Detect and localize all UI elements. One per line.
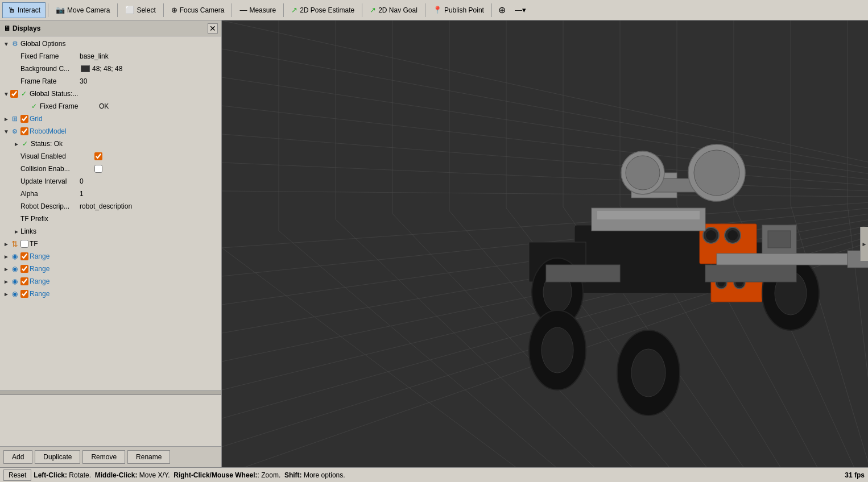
range1-check[interactable] <box>20 252 28 260</box>
expand-range4[interactable]: ► <box>2 291 10 297</box>
grid-label: Grid <box>30 115 86 123</box>
tf-check[interactable] <box>20 240 28 248</box>
focus-camera-button[interactable]: ⊕ Focus Camera <box>166 2 230 18</box>
tree-row-range2[interactable]: ► ◉ Range <box>0 263 221 275</box>
focus-camera-label: Focus Camera <box>180 6 225 14</box>
range2-check[interactable] <box>20 265 28 273</box>
publish-point-button[interactable]: 📍 Publish Point <box>428 2 489 18</box>
svg-rect-74 <box>705 265 796 282</box>
tree-row-range4[interactable]: ► ◉ Range <box>0 288 221 300</box>
expand-range2[interactable]: ► <box>2 266 10 272</box>
nav-goal-label: 2D Nav Goal <box>378 6 418 14</box>
svg-point-62 <box>694 150 739 196</box>
pose-estimate-icon: ↗ <box>291 6 297 14</box>
duplicate-button[interactable]: Duplicate <box>35 450 80 464</box>
collision-enabled-label: Collision Enab... <box>20 165 94 173</box>
robot-desc-value: robot_description <box>80 202 132 210</box>
alpha-value: 1 <box>80 190 84 198</box>
global-status-icon: ✓ <box>19 90 28 98</box>
add-button[interactable]: Add <box>3 450 32 464</box>
svg-point-49 <box>728 230 738 240</box>
range4-icon: ◉ <box>10 290 19 298</box>
tree-row-fixed-frame[interactable]: Fixed Frame base_link <box>0 50 221 63</box>
remove-button[interactable]: Remove <box>82 450 125 464</box>
tree-row-range1[interactable]: ► ◉ Range <box>0 250 221 263</box>
tree-row-range3[interactable]: ► ◉ Range <box>0 275 221 288</box>
tree-row-tf[interactable]: ► ⇅ TF <box>0 238 221 250</box>
fixed-frame-status-icon: ✓ <box>30 102 39 110</box>
robot-model-icon: ⚙ <box>10 128 19 135</box>
tree-row-alpha[interactable]: Alpha 1 <box>0 188 221 200</box>
displays-tree[interactable]: ▼ ⚙ Global Options Fixed Frame base_link… <box>0 36 221 390</box>
tree-row-status-ok[interactable]: ► ✓ Status: Ok <box>0 138 221 150</box>
tree-row-robot-desc[interactable]: Robot Descrip... robot_description <box>0 200 221 213</box>
nav-goal-button[interactable]: ↗ 2D Nav Goal <box>365 2 423 18</box>
viewport[interactable]: ► <box>222 20 868 467</box>
global-options-icon: ⚙ <box>10 40 19 48</box>
sep3 <box>163 3 164 17</box>
tree-row-robot-model[interactable]: ▼ ⚙ RobotModel <box>0 125 221 138</box>
tree-row-global-status[interactable]: ▼ ✓ Global Status:... <box>0 88 221 100</box>
nav-goal-icon: ↗ <box>370 6 376 14</box>
background-color-swatch[interactable] <box>81 65 90 72</box>
measure-button[interactable]: — Measure <box>234 2 281 18</box>
tree-row-global-options[interactable]: ▼ ⚙ Global Options <box>0 38 221 50</box>
tree-row-links[interactable]: ► Links <box>0 225 221 238</box>
tree-row-update-interval[interactable]: Update Interval 0 <box>0 175 221 188</box>
expand-range1[interactable]: ► <box>2 254 10 260</box>
reset-button[interactable]: Reset <box>3 469 31 481</box>
range4-check[interactable] <box>20 290 28 298</box>
expand-global-options[interactable]: ▼ <box>2 41 10 47</box>
sep5 <box>283 3 284 17</box>
pose-estimate-button[interactable]: ↗ 2D Pose Estimate <box>286 2 359 18</box>
displays-close-button[interactable]: ✕ <box>208 23 218 34</box>
robot-model-check[interactable] <box>20 127 28 135</box>
fixed-frame-label: Fixed Frame <box>20 52 77 60</box>
interact-button[interactable]: 🖱 Interact <box>2 2 46 18</box>
tree-row-collision-enabled[interactable]: Collision Enab... <box>0 163 221 175</box>
collision-enabled-check[interactable] <box>94 165 102 173</box>
tree-row-grid[interactable]: ► ⊞ Grid <box>0 113 221 125</box>
svg-point-64 <box>626 156 660 190</box>
displays-panel: 🖥 Displays ✕ ▼ ⚙ Global Options <box>0 20 221 390</box>
expand-global-status[interactable]: ▼ <box>2 91 10 97</box>
robot-svg <box>222 20 868 467</box>
grid-icon: ⊞ <box>10 115 19 123</box>
rename-button[interactable]: Rename <box>127 450 170 464</box>
add-widget-button[interactable]: ⊕ <box>494 2 510 18</box>
move-camera-button[interactable]: 📷 Move Camera <box>51 2 115 18</box>
right-collapse-button[interactable]: ► <box>860 227 868 261</box>
expand-links[interactable]: ► <box>13 228 20 235</box>
publish-point-label: Publish Point <box>444 6 484 14</box>
select-button[interactable]: ⬜ Select <box>120 2 160 18</box>
panel-divider[interactable] <box>0 390 221 395</box>
tree-row-fixed-frame-status[interactable]: ✓ Fixed Frame OK <box>0 100 221 113</box>
robot-model-label: RobotModel <box>30 127 86 135</box>
tree-row-background-color[interactable]: Background C... 48; 48; 48 <box>0 63 221 75</box>
tree-row-frame-rate[interactable]: Frame Rate 30 <box>0 75 221 88</box>
status-text: Left-Click: Rotate. Middle-Click: Move X… <box>34 471 842 479</box>
background-color-label: Background C... <box>20 65 77 73</box>
global-status-check[interactable] <box>10 90 18 98</box>
expand-grid[interactable]: ► <box>2 116 10 122</box>
move-camera-label: Move Camera <box>67 6 110 14</box>
expand-status-ok[interactable]: ► <box>13 141 20 147</box>
options-button[interactable]: —▾ <box>511 2 530 18</box>
expand-robot-model[interactable]: ▼ <box>2 128 10 135</box>
sep7 <box>425 3 425 17</box>
tree-row-visual-enabled[interactable]: Visual Enabled <box>0 150 221 163</box>
hint-leftclick: Left-Click: Rotate. Middle-Click: Move X… <box>34 471 345 479</box>
expand-range3[interactable]: ► <box>2 279 10 285</box>
svg-rect-73 <box>546 265 620 282</box>
displays-monitor-icon: 🖥 <box>3 24 10 32</box>
fixed-frame-status-label: Fixed Frame <box>40 102 97 110</box>
visual-enabled-check[interactable] <box>94 152 102 160</box>
range3-check[interactable] <box>20 277 28 285</box>
move-camera-icon: 📷 <box>56 6 65 14</box>
expand-tf[interactable]: ► <box>2 241 10 247</box>
tf-icon: ⇅ <box>10 239 19 248</box>
grid-check[interactable] <box>20 115 28 123</box>
measure-label: Measure <box>249 6 276 14</box>
sep4 <box>232 3 232 17</box>
tree-row-tf-prefix[interactable]: TF Prefix <box>0 213 221 225</box>
